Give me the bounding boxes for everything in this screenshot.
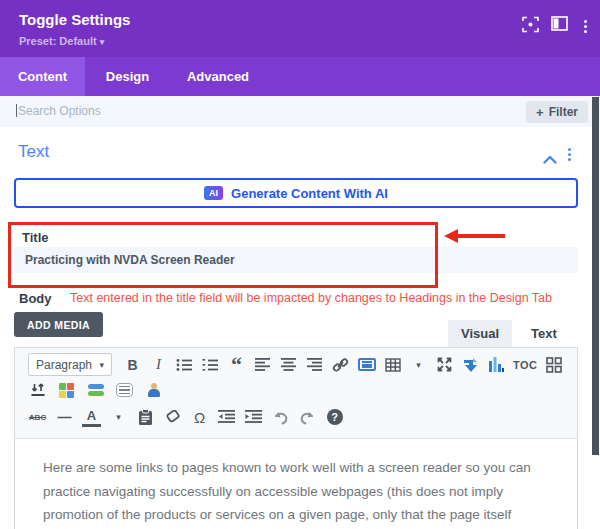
table-icon[interactable] (383, 355, 402, 375)
generate-ai-button[interactable]: AI Generate Content With AI (14, 178, 578, 208)
scrollbar-thumb[interactable] (592, 97, 599, 455)
search-options-bar: Search Options + Filter (0, 96, 600, 127)
annotation-arrow-head (444, 229, 458, 243)
chevron-up-icon[interactable] (543, 150, 557, 168)
bullet-list-icon[interactable] (175, 355, 194, 375)
align-right-icon[interactable] (305, 355, 324, 375)
editor-content-area[interactable]: Here are some links to pages known to wo… (15, 440, 577, 529)
preset-selector[interactable]: Preset: Default▾ (19, 35, 104, 47)
settings-tabbar: Content Design Advanced (0, 57, 600, 96)
fullscreen-icon[interactable] (435, 355, 454, 375)
indent-icon[interactable] (244, 407, 263, 427)
search-input[interactable]: Search Options (16, 104, 101, 118)
text-color-icon[interactable]: A (82, 407, 101, 427)
toggle-settings-modal: Toggle Settings Preset: Default▾ Content… (0, 0, 600, 529)
help-icon[interactable]: ? (325, 407, 344, 427)
header-menu-icon[interactable] (584, 20, 587, 35)
link-icon[interactable] (331, 355, 350, 375)
undo-icon[interactable] (271, 407, 290, 427)
redo-icon[interactable] (298, 407, 317, 427)
numbered-list-icon[interactable] (201, 355, 220, 375)
editor-tab-visual[interactable]: Visual (448, 320, 512, 347)
tab-content[interactable]: Content (0, 57, 85, 96)
paragraph-format-select[interactable]: Paragraph ▾ (28, 353, 112, 376)
color-grid-icon[interactable] (57, 380, 76, 400)
list-lines-icon[interactable] (115, 380, 134, 400)
ai-badge-icon: AI (204, 186, 223, 200)
plus-icon: + (536, 105, 544, 120)
add-media-button[interactable]: ADD MEDIA (14, 312, 103, 337)
horizontal-rule-icon[interactable]: — (55, 407, 74, 427)
section-menu-icon[interactable] (568, 148, 571, 163)
body-editor: Paragraph ▾ B I “ (14, 347, 578, 529)
color-bars-icon[interactable] (86, 380, 105, 400)
title-field-label: Title (22, 230, 49, 245)
filter-button[interactable]: + Filter (526, 101, 588, 123)
layout-grid-icon[interactable] (545, 355, 564, 375)
text-cursor (16, 104, 17, 117)
annotation-arrow (458, 234, 505, 238)
chevron-down-icon: ▾ (100, 37, 105, 47)
text-color-caret-icon[interactable]: ▾ (109, 407, 128, 427)
read-more-icon[interactable] (357, 355, 376, 375)
updown-sort-icon[interactable] (28, 380, 47, 400)
special-character-icon[interactable]: Ω (190, 407, 209, 427)
toc-icon[interactable]: TOC (513, 355, 538, 375)
align-left-icon[interactable] (253, 355, 272, 375)
body-field-label: Body (19, 291, 52, 306)
modal-header: Toggle Settings Preset: Default▾ (0, 0, 600, 57)
italic-icon[interactable]: I (149, 355, 168, 375)
clear-formatting-icon[interactable] (163, 407, 182, 427)
person-icon[interactable] (144, 380, 163, 400)
modal-title: Toggle Settings (19, 11, 130, 28)
chevron-down-icon: ▾ (99, 360, 104, 370)
tab-advanced[interactable]: Advanced (170, 57, 266, 96)
paste-text-icon[interactable] (136, 407, 155, 427)
panel-layout-icon[interactable] (551, 16, 568, 33)
align-center-icon[interactable] (279, 355, 298, 375)
title-input[interactable]: Practicing with NVDA Screen Reader (14, 247, 578, 273)
editor-toolbar: Paragraph ▾ B I “ (15, 348, 577, 439)
tab-design[interactable]: Design (85, 57, 170, 96)
annotation-note: Text entered in the title field will be … (70, 291, 552, 305)
section-title-text[interactable]: Text (18, 142, 49, 162)
strikethrough-icon[interactable]: ABC (28, 407, 47, 427)
focus-mode-icon[interactable] (522, 16, 539, 33)
editor-tab-text[interactable]: Text (512, 320, 576, 347)
chart-icon[interactable] (487, 355, 506, 375)
blockquote-icon[interactable]: “ (227, 359, 246, 371)
bold-icon[interactable]: B (123, 355, 142, 375)
outdent-icon[interactable] (217, 407, 236, 427)
plugin-arrows-icon[interactable] (461, 355, 480, 375)
table-menu-caret-icon[interactable]: ▾ (409, 355, 428, 375)
